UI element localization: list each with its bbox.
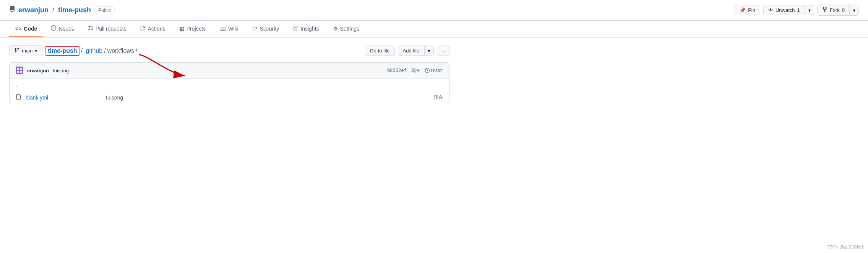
tab-actions-label: Actions <box>148 26 165 32</box>
pin-label: Pin <box>748 7 755 13</box>
commit-hash[interactable]: b8352ef <box>387 68 407 73</box>
code-icon: <> <box>15 26 21 32</box>
commit-time: 现在 <box>411 67 420 74</box>
settings-icon: ⚙ <box>333 26 338 32</box>
breadcrumb-sep-3: / <box>136 47 137 54</box>
tab-projects[interactable]: ▦ Projects <box>173 21 212 37</box>
unwatch-caret[interactable]: ▾ <box>805 5 814 15</box>
tab-actions[interactable]: Actions <box>134 21 172 37</box>
tab-issues-label: Issues <box>58 26 74 32</box>
insights-icon <box>293 25 298 32</box>
visibility-badge: Public <box>94 7 115 14</box>
branch-selector[interactable]: main ▾ <box>9 45 42 56</box>
add-file-button[interactable]: Add file <box>398 46 424 56</box>
tab-security[interactable]: 🛡 Security <box>246 21 286 37</box>
add-file-caret[interactable]: ▾ <box>424 46 434 56</box>
fork-label: Fork <box>830 7 840 13</box>
pr-icon <box>88 25 93 32</box>
unwatch-group: 👁 Unwatch 1 ▾ <box>763 5 814 15</box>
tab-settings-label: Settings <box>340 26 360 32</box>
file-time: 现在 <box>434 94 443 101</box>
pin-icon: 📌 <box>740 7 746 13</box>
commit-header: erwanjun tuisong b8352ef 现在 Histor <box>10 63 449 78</box>
tab-settings[interactable]: ⚙ Settings <box>327 21 366 37</box>
commit-author[interactable]: erwanjun <box>27 68 49 73</box>
tab-insights[interactable]: Insights <box>287 21 325 37</box>
fork-button[interactable]: Fork 0 <box>817 5 850 16</box>
repo-sep: / <box>52 6 54 14</box>
unwatch-label: Unwatch <box>776 7 795 13</box>
eye-icon: 👁 <box>768 7 773 13</box>
more-options-button[interactable]: ··· <box>437 46 449 56</box>
repo-owner-link[interactable]: erwanjun <box>18 6 49 14</box>
repo-title: erwanjun / time-push Public <box>9 6 115 14</box>
nav-tabs: <> Code Issues Pull requests Actions ▦ P… <box>0 21 868 38</box>
tab-security-label: Security <box>260 26 279 32</box>
main-content: main ▾ time-push / .github / workflows /… <box>0 38 459 112</box>
tab-issues[interactable]: Issues <box>45 21 80 37</box>
file-path-right: Go to file Add file ▾ ··· <box>365 46 449 56</box>
tab-pull-requests[interactable]: Pull requests <box>82 21 133 37</box>
breadcrumb-segment-1[interactable]: .github <box>84 47 102 54</box>
tab-wiki-label: Wiki <box>228 26 238 32</box>
security-icon: 🛡 <box>252 26 258 32</box>
file-icon <box>16 94 22 101</box>
file-table: erwanjun tuisong b8352ef 现在 Histor .. <box>9 62 449 104</box>
branch-icon <box>14 47 19 54</box>
tab-code-label: Code <box>24 26 37 32</box>
pin-button[interactable]: 📌 Pin <box>735 5 760 15</box>
branch-name: main <box>22 48 32 54</box>
top-bar: erwanjun / time-push Public 📌 Pin 👁 Unwa… <box>0 0 868 21</box>
branch-caret-icon: ▾ <box>35 48 37 54</box>
tab-wiki[interactable]: 📖 Wiki <box>213 21 244 37</box>
file-path-row: main ▾ time-push / .github / workflows /… <box>9 45 449 56</box>
fork-icon <box>822 7 827 13</box>
pin-group: 📌 Pin <box>735 5 760 15</box>
projects-icon: ▦ <box>179 26 184 32</box>
fork-count: 0 <box>842 7 845 13</box>
breadcrumb: time-push / .github / workflows / <box>45 46 137 56</box>
fork-caret[interactable]: ▾ <box>850 5 859 16</box>
breadcrumb-root[interactable]: time-push <box>45 46 79 56</box>
commit-avatar <box>16 67 23 74</box>
file-path-left: main ▾ time-push / .github / workflows / <box>9 45 137 56</box>
breadcrumb-sep-1: / <box>81 47 83 54</box>
repo-icon <box>9 6 15 14</box>
fork-group: Fork 0 ▾ <box>817 5 859 16</box>
top-actions: 📌 Pin 👁 Unwatch 1 ▾ <box>735 5 859 16</box>
breadcrumb-segment-2[interactable]: workflows <box>107 47 134 54</box>
unwatch-button[interactable]: 👁 Unwatch 1 <box>763 5 805 15</box>
breadcrumb-sep-2: / <box>104 47 105 54</box>
table-row: blank.yml tuisong 现在 <box>10 91 449 104</box>
commit-message: tuisong <box>53 68 69 73</box>
tab-pr-label: Pull requests <box>96 26 127 32</box>
tab-insights-label: Insights <box>300 26 319 32</box>
wiki-icon: 📖 <box>219 26 226 32</box>
file-name-link[interactable]: blank.yml <box>26 95 102 101</box>
actions-icon <box>140 25 146 32</box>
tab-projects-label: Projects <box>187 26 206 32</box>
unwatch-count: 1 <box>797 7 800 13</box>
tab-code[interactable]: <> Code <box>9 21 43 37</box>
dotdot-row[interactable]: .. <box>10 78 449 91</box>
commit-meta: b8352ef 现在 Histor <box>387 67 443 74</box>
issues-icon <box>51 25 56 32</box>
history-button[interactable]: Histor <box>425 68 443 73</box>
avatar-pattern <box>16 67 23 74</box>
repo-name[interactable]: time-push <box>58 6 91 14</box>
add-file-group: Add file ▾ <box>398 46 434 56</box>
history-label: Histor <box>431 68 443 73</box>
file-commit-msg: tuisong <box>106 95 430 101</box>
go-to-file-button[interactable]: Go to file <box>365 46 394 56</box>
